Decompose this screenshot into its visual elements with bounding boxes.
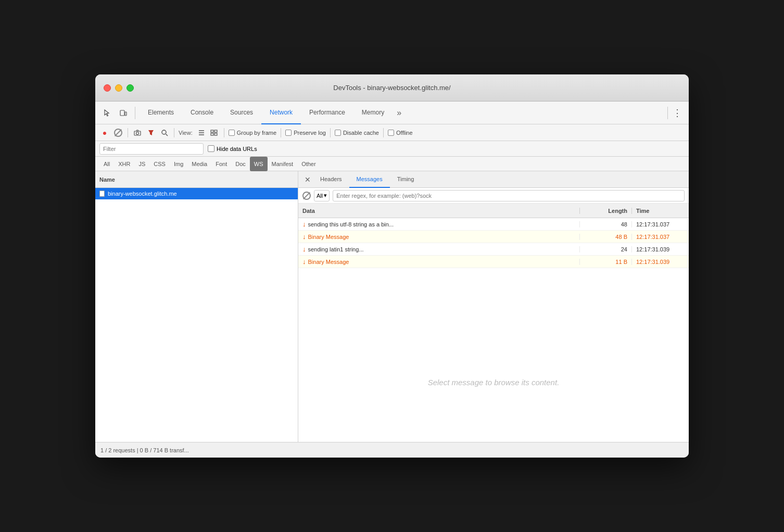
msg-data-text: Binary Message [308, 234, 349, 240]
group-by-frame-label: Group by frame [237, 130, 276, 136]
type-btn-media[interactable]: Media [187, 157, 211, 171]
col-time-header: Time [631, 208, 689, 214]
svg-point-3 [136, 132, 139, 134]
filter-input[interactable] [99, 143, 204, 155]
msg-data: ↓ sending latin1 string... [298, 245, 579, 253]
message-row[interactable]: ↓ sending latin1 string... 24 12:17:31.0… [298, 243, 689, 256]
tab-memory[interactable]: Memory [353, 102, 393, 124]
disable-cache-toggle[interactable]: Disable cache [335, 130, 379, 136]
main-content: Name binary-websocket.glitch.me ✕ Header… [95, 171, 689, 442]
msg-data-text: Binary Message [308, 259, 349, 265]
record-button[interactable]: ● [99, 128, 110, 138]
tab-network[interactable]: Network [261, 102, 301, 124]
close-button[interactable] [104, 84, 111, 92]
titlebar: DevTools - binary-websocket.glitch.me/ [95, 74, 689, 102]
search-button[interactable] [159, 128, 170, 138]
type-btn-doc[interactable]: Doc [231, 157, 250, 171]
device-icon[interactable] [116, 106, 131, 120]
name-column-header: Name [99, 176, 115, 183]
type-btn-ws[interactable]: WS [250, 157, 268, 171]
network-toolbar: ● View: [95, 124, 689, 141]
preserve-log-label: Preserve log [294, 130, 326, 136]
tab-performance[interactable]: Performance [301, 102, 353, 124]
tab-elements[interactable]: Elements [140, 102, 182, 124]
message-row[interactable]: ↓ Binary Message 48 B 12:17:31.037 [298, 231, 689, 243]
svg-rect-12 [211, 133, 213, 135]
tab-sources[interactable]: Sources [222, 102, 261, 124]
devtools-tabs: Elements Console Sources Network Perform… [140, 102, 663, 124]
filter-bar: Hide data URLs [95, 141, 689, 157]
type-btn-xhr[interactable]: XHR [114, 157, 134, 171]
messages-type-dropdown[interactable]: All ▾ [314, 190, 330, 201]
tab-more-button[interactable]: » [393, 108, 406, 118]
block-filter-icon [302, 192, 311, 200]
arrow-down-icon: ↓ [302, 220, 306, 228]
type-btn-font[interactable]: Font [211, 157, 231, 171]
type-filter-bar: All XHR JS CSS Img Media Font Doc WS Man… [95, 157, 689, 171]
detail-view-button[interactable] [208, 127, 220, 138]
offline-label: Offline [396, 130, 413, 136]
request-item[interactable]: binary-websocket.glitch.me [95, 188, 298, 199]
message-row[interactable]: ↓ sending this utf-8 string as a bin... … [298, 218, 689, 231]
messages-regex-input[interactable] [333, 190, 685, 201]
svg-rect-11 [214, 130, 217, 132]
msg-length: 48 B [579, 234, 631, 240]
type-btn-img[interactable]: Img [170, 157, 187, 171]
preserve-log-toggle[interactable]: Preserve log [285, 130, 326, 136]
window-title: DevTools - binary-websocket.glitch.me/ [333, 84, 450, 92]
more-options-button[interactable]: ⋮ [670, 106, 685, 120]
msg-time: 12:17:31.037 [631, 234, 689, 240]
type-btn-all[interactable]: All [99, 157, 114, 171]
detail-tabs: ✕ Headers Messages Timing [298, 171, 689, 188]
filter-button[interactable] [146, 128, 156, 138]
list-view-button[interactable] [196, 127, 207, 138]
group-by-frame-checkbox[interactable] [229, 130, 235, 136]
devtools-window: DevTools - binary-websocket.glitch.me/ E… [95, 74, 689, 458]
message-row[interactable]: ↓ Binary Message 11 B 12:17:31.039 [298, 256, 689, 268]
hide-data-urls-checkbox[interactable] [208, 145, 214, 152]
nt-separator-4 [281, 128, 281, 137]
websocket-icon [99, 191, 105, 197]
request-name: binary-websocket.glitch.me [108, 191, 177, 197]
type-btn-css[interactable]: CSS [149, 157, 170, 171]
disable-cache-checkbox[interactable] [335, 130, 341, 136]
svg-rect-1 [125, 112, 127, 116]
svg-rect-13 [214, 133, 217, 135]
screenshot-button[interactable] [132, 128, 143, 138]
msg-length: 11 B [579, 259, 631, 265]
detail-tab-messages[interactable]: Messages [349, 171, 390, 188]
msg-time: 12:17:31.039 [631, 259, 689, 265]
traffic-lights [104, 84, 134, 92]
minimize-button[interactable] [115, 84, 122, 92]
msg-data: ↓ Binary Message [298, 233, 579, 240]
type-btn-manifest[interactable]: Manifest [268, 157, 298, 171]
maximize-button[interactable] [127, 84, 134, 92]
group-by-frame-toggle[interactable]: Group by frame [229, 130, 276, 136]
nt-separator-6 [383, 128, 384, 137]
msg-time: 12:17:31.039 [631, 246, 689, 252]
svg-rect-0 [120, 110, 124, 116]
view-label: View: [179, 130, 193, 136]
nt-separator-2 [174, 128, 174, 137]
tab-console[interactable]: Console [182, 102, 222, 124]
msg-data-text: sending this utf-8 string as a bin... [308, 221, 394, 227]
type-btn-js[interactable]: JS [134, 157, 149, 171]
preserve-log-checkbox[interactable] [285, 130, 292, 136]
offline-toggle[interactable]: Offline [388, 130, 413, 136]
close-detail-button[interactable]: ✕ [302, 174, 313, 185]
hide-data-urls-label: Hide data URLs [217, 146, 257, 152]
type-btn-other[interactable]: Other [297, 157, 320, 171]
arrow-down-icon: ↓ [302, 233, 306, 240]
detail-tab-timing[interactable]: Timing [390, 171, 422, 188]
detail-tab-headers[interactable]: Headers [313, 171, 349, 188]
requests-list: binary-websocket.glitch.me [95, 188, 298, 442]
msg-data: ↓ Binary Message [298, 258, 579, 265]
toolbar-end: ⋮ [665, 106, 685, 120]
hide-data-urls-toggle[interactable]: Hide data URLs [208, 145, 257, 152]
svg-line-6 [166, 134, 168, 136]
block-requests-button[interactable] [113, 128, 123, 138]
details-panel: ✕ Headers Messages Timing All ▾ Data Len… [298, 171, 689, 442]
cursor-icon[interactable] [99, 106, 114, 120]
offline-checkbox[interactable] [388, 130, 394, 136]
msg-data-text: sending latin1 string... [308, 246, 364, 252]
